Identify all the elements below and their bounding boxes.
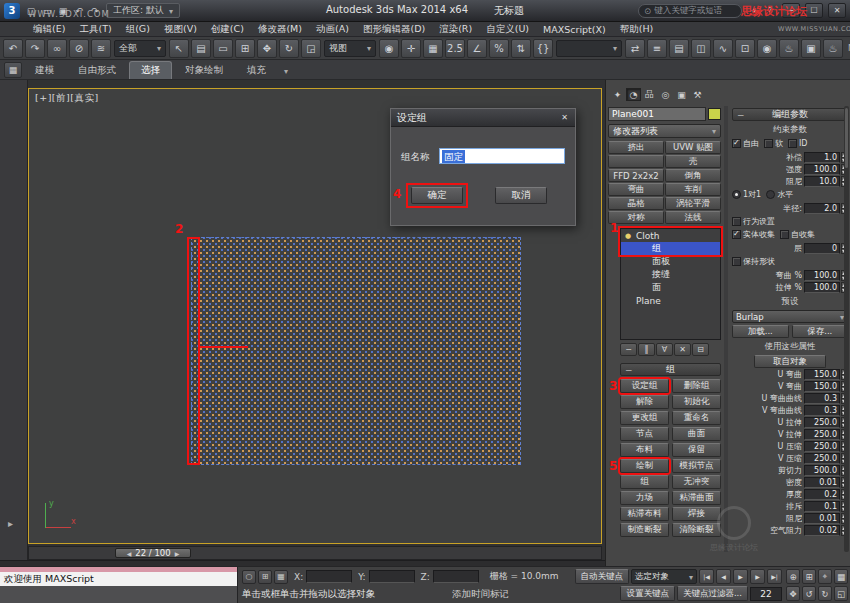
rename-button[interactable]: 重命名 <box>672 411 721 425</box>
play-button[interactable]: ▶ <box>733 569 748 584</box>
offset-mode-toggle-icon[interactable]: ▦ <box>274 570 288 584</box>
property-value[interactable]: 250.0 <box>804 417 840 428</box>
percent-snap-icon[interactable]: % <box>489 39 509 58</box>
viewport-label[interactable]: [+][前][真实] <box>35 92 99 105</box>
spinner-value[interactable]: 10.0 <box>804 176 840 187</box>
stack-item-faces[interactable]: 面 <box>621 281 720 294</box>
menu-customize[interactable]: 自定义(U) <box>479 22 536 37</box>
unlink-selection-icon[interactable]: ⊘ <box>69 39 89 58</box>
spinner-value[interactable]: 100.0 <box>804 270 840 281</box>
sticky-cloth-button[interactable]: 粘滞布料 <box>620 507 669 521</box>
group-rollout-header[interactable]: 组 <box>620 363 721 376</box>
zoom-extents-icon[interactable]: ⌖ <box>818 569 832 584</box>
dialog-close-button[interactable]: ✕ <box>557 111 572 124</box>
selection-lock-toggle-icon[interactable]: ○ <box>242 570 256 584</box>
next-frame-button[interactable]: ▶ <box>750 569 765 584</box>
align-icon[interactable]: ≡ <box>647 39 667 58</box>
pin-stack-icon[interactable]: − <box>620 343 637 356</box>
panel-tab-utilities[interactable]: ⚒ <box>690 88 705 101</box>
panel-tab-motion[interactable]: ◎ <box>658 88 673 101</box>
stack-item-panel[interactable]: 面板 <box>621 255 720 268</box>
x-coordinate-field[interactable] <box>306 570 352 583</box>
z-coordinate-field[interactable] <box>433 570 479 583</box>
add-time-tag[interactable]: 添加时间标记 <box>452 588 509 601</box>
arc-rotate-icon[interactable]: ↻ <box>818 586 832 601</box>
load-button[interactable]: 加载... <box>732 325 789 338</box>
maximize-viewport-toggle-icon[interactable]: ◱ <box>834 586 848 601</box>
time-slider-track[interactable]: 22 / 100 <box>28 546 602 560</box>
select-object-icon[interactable]: ↖ <box>169 39 189 58</box>
maximize-button[interactable]: ☐ <box>805 3 823 18</box>
modifier-extrude-button[interactable]: 挤出 <box>608 141 664 154</box>
search-input[interactable]: ⊙ 键入关键字或短语 <box>638 4 742 18</box>
menu-create[interactable]: 创建(C) <box>204 22 251 37</box>
modifier-uvw-map-button[interactable]: UVW 贴图 <box>665 141 721 154</box>
bind-to-space-warp-icon[interactable]: ≋ <box>91 39 111 58</box>
group-button[interactable]: 组 <box>620 475 669 489</box>
selection-set-dropdown[interactable]: 选定对象 <box>631 569 697 584</box>
menu-graph-editors[interactable]: 图形编辑器(D) <box>356 22 432 37</box>
self-collect-checkbox[interactable]: 自收集 <box>780 229 815 240</box>
drag-button[interactable]: 绘制 <box>620 459 669 473</box>
change-group-button[interactable]: 更改组 <box>620 411 669 425</box>
orbit-icon[interactable]: ↺ <box>802 586 816 601</box>
selection-filter-dropdown[interactable]: 全部 <box>114 40 166 57</box>
property-value[interactable]: 0.02 <box>804 525 840 536</box>
render-production-icon[interactable]: ♨ <box>823 39 843 58</box>
ribbon-toggle-icon[interactable]: ◫ <box>691 39 711 58</box>
group-parameters-header[interactable]: 编组参数 <box>732 108 848 121</box>
y-coordinate-field[interactable] <box>369 570 415 583</box>
stack-item-plane[interactable]: Plane <box>621 294 720 307</box>
modifier-list-dropdown[interactable]: 修改器列表 <box>608 124 721 138</box>
cancel-button[interactable]: 取消 <box>495 187 547 204</box>
panel-scrollbar[interactable] <box>844 106 849 552</box>
undo-icon[interactable]: ↶ <box>3 39 23 58</box>
property-value[interactable]: 0.2 <box>804 489 840 500</box>
stack-item-group[interactable]: 组 <box>621 242 720 255</box>
window-crossing-icon[interactable]: ⊞ <box>235 39 255 58</box>
workspace-dropdown[interactable]: 工作区: 默认 <box>106 3 180 18</box>
behavior-settings-checkbox[interactable]: 行为设置 <box>732 216 848 227</box>
menu-animation[interactable]: 动画(A) <box>309 22 356 37</box>
panel-tab-create[interactable]: ✦ <box>610 88 625 101</box>
rendered-frame-icon[interactable]: ▣ <box>801 39 821 58</box>
property-value[interactable]: 500.0 <box>804 465 840 476</box>
delete-group-button[interactable]: 删除组 <box>672 379 721 393</box>
ribbon-expand-button[interactable] <box>279 63 293 77</box>
snaps-toggle-icon[interactable]: 2.5 <box>445 39 465 58</box>
sim-node-button[interactable]: 模拟节点 <box>672 459 721 473</box>
modifier-lathe-button[interactable]: 车削 <box>665 183 721 196</box>
pan-icon[interactable]: ✥ <box>786 586 800 601</box>
stack-item-seams[interactable]: 接缝 <box>621 268 720 281</box>
select-by-name-icon[interactable]: ▤ <box>191 39 211 58</box>
cloth-plane-object[interactable] <box>191 237 521 465</box>
radius-value[interactable]: 2.0 <box>804 203 840 214</box>
keyboard-override-icon[interactable]: ▦ <box>423 39 443 58</box>
angle-snap-icon[interactable]: ∠ <box>467 39 487 58</box>
ok-button[interactable]: 确定 <box>411 187 463 204</box>
zoom-all-icon[interactable]: ⊞ <box>802 569 816 584</box>
clear-tear-button[interactable]: 清除断裂 <box>672 523 721 537</box>
maxscript-mini-listener[interactable]: 欢迎使用 MAXScript <box>0 567 238 603</box>
redo-icon[interactable]: ↷ <box>25 39 45 58</box>
from-object-button[interactable]: 取自对象 <box>754 355 826 368</box>
tab-modeling[interactable]: 建模 <box>24 62 65 79</box>
property-value[interactable]: 0.01 <box>804 513 840 524</box>
layer-value[interactable]: 0 <box>804 243 840 254</box>
tab-selection[interactable]: 选择 <box>129 61 172 79</box>
tab-object-paint[interactable]: 对象绘制 <box>174 62 234 79</box>
select-and-scale-icon[interactable]: ◲ <box>301 39 321 58</box>
field-of-view-icon[interactable]: ▦ <box>834 569 848 584</box>
preserve-button[interactable]: 保留 <box>672 443 721 457</box>
surface-button[interactable]: 曲面 <box>672 427 721 441</box>
soft-checkbox[interactable]: 软 <box>764 138 783 149</box>
spinner-value[interactable]: 1.0 <box>804 152 840 163</box>
zoom-icon[interactable]: ⊕ <box>786 569 800 584</box>
property-value[interactable]: 0.01 <box>804 477 840 488</box>
menu-edit[interactable]: 编辑(E) <box>26 22 72 37</box>
mirror-icon[interactable]: ⇄ <box>625 39 645 58</box>
cloth-button[interactable]: 布料 <box>620 443 669 457</box>
modifier-lattice-button[interactable]: 晶格 <box>608 197 664 210</box>
key-filters-button[interactable]: 关键点过滤器... <box>677 586 748 601</box>
property-value[interactable]: 0.3 <box>804 405 840 416</box>
